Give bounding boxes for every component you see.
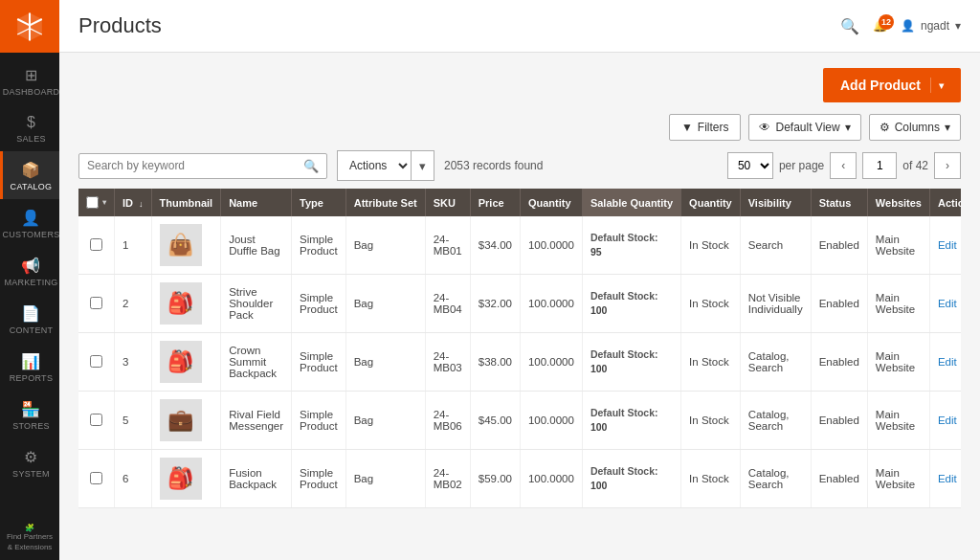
row-websites: Main Website <box>867 450 929 508</box>
th-checkbox: ▾ <box>78 189 115 216</box>
row-status: Enabled <box>811 392 867 450</box>
row-status: Enabled <box>811 333 867 392</box>
sidebar-item-catalog[interactable]: 📦 Catalog <box>0 151 59 199</box>
row-price: $59.00 <box>470 450 520 508</box>
view-arrow: ▾ <box>845 121 851 134</box>
row-price: $38.00 <box>470 333 520 392</box>
actions-dropdown-button[interactable]: ▾ <box>411 150 434 181</box>
row-price: $34.00 <box>470 216 520 275</box>
content-icon: 📄 <box>21 304 40 323</box>
marketing-icon: 📢 <box>21 257 40 275</box>
row-action: Edit <box>929 333 961 392</box>
th-status[interactable]: Status <box>811 189 867 216</box>
row-type: Simple Product <box>292 333 346 392</box>
row-websites: Main Website <box>867 216 929 275</box>
sidebar-item-stores[interactable]: 🏪 Stores <box>0 391 59 438</box>
row-stock-status: In Stock <box>681 216 741 275</box>
th-sku[interactable]: SKU <box>425 189 470 216</box>
per-page-label: per page <box>779 159 824 172</box>
sidebar-item-content[interactable]: 📄 Content <box>0 295 59 343</box>
row-sku: 24-MB01 <box>425 216 470 275</box>
actions-select[interactable]: Actions <box>337 150 411 181</box>
sidebar-item-customers[interactable]: 👤 Customers <box>0 199 59 247</box>
row-action: Edit <box>929 216 961 275</box>
th-type[interactable]: Type <box>292 189 346 216</box>
filters-button[interactable]: ▼ Filters <box>669 114 742 141</box>
filter-bar: ▼ Filters 👁 Default View ▾ ⚙ Columns ▾ <box>78 114 961 141</box>
row-status: Enabled <box>811 275 867 333</box>
row-status: Enabled <box>811 216 867 275</box>
action-bar-top: Add Product ▾ <box>78 68 961 102</box>
search-input[interactable] <box>87 159 303 172</box>
content-area: Add Product ▾ ▼ Filters 👁 Default View ▾… <box>59 53 980 560</box>
user-icon: 👤 <box>901 19 915 33</box>
row-salable-quantity: Default Stock: 100 <box>582 392 680 450</box>
row-checkbox[interactable] <box>90 472 102 484</box>
row-checkbox[interactable] <box>90 414 102 426</box>
per-page-select[interactable]: 50 <box>727 152 773 179</box>
row-attribute-set: Bag <box>345 392 425 450</box>
row-edit-link[interactable]: Edit <box>938 414 957 426</box>
row-action: Edit <box>929 275 961 333</box>
th-id[interactable]: ID ↓ <box>115 189 152 216</box>
select-all-checkbox[interactable] <box>86 196 99 209</box>
prev-page-button[interactable]: ‹ <box>830 152 857 179</box>
add-product-button[interactable]: Add Product ▾ <box>823 68 961 102</box>
row-visibility: Catalog, Search <box>740 450 811 508</box>
row-quantity: 100.0000 <box>520 333 582 392</box>
page-input[interactable] <box>862 152 897 179</box>
row-checkbox-cell <box>78 216 115 275</box>
th-price[interactable]: Price <box>470 189 520 216</box>
th-salable-quantity[interactable]: Salable Quantity <box>582 189 680 216</box>
partners-icon: 🧩 <box>25 524 34 532</box>
sidebar-item-partners[interactable]: 🧩 Find Partners & Extensions <box>0 516 59 560</box>
row-id: 2 <box>115 275 152 333</box>
sidebar-item-marketing[interactable]: 📢 Marketing <box>0 247 59 295</box>
gear-icon: ⚙ <box>880 121 890 134</box>
th-action[interactable]: Action <box>929 189 961 216</box>
stores-icon: 🏪 <box>21 400 40 418</box>
view-button[interactable]: 👁 Default View ▾ <box>748 114 860 141</box>
row-thumbnail: 🎒 <box>151 333 221 392</box>
search-icon[interactable]: 🔍 <box>840 17 859 35</box>
row-sku: 24-MB04 <box>425 275 470 333</box>
row-thumbnail: 🎒 <box>151 450 221 508</box>
notifications-button[interactable]: 🔔 12 <box>873 19 887 33</box>
sidebar: ⊞ Dashboard $ Sales 📦 Catalog 👤 Customer… <box>0 0 59 560</box>
row-price: $32.00 <box>470 275 520 333</box>
next-page-button[interactable]: › <box>934 152 961 179</box>
pagination: 50 per page ‹ of 42 › <box>727 152 961 179</box>
sidebar-logo[interactable] <box>0 0 59 53</box>
th-websites[interactable]: Websites <box>867 189 929 216</box>
row-edit-link[interactable]: Edit <box>938 298 957 309</box>
catalog-icon: 📦 <box>21 161 40 179</box>
th-quantity[interactable]: Quantity <box>520 189 582 216</box>
user-menu-arrow: ▾ <box>955 19 961 33</box>
row-edit-link[interactable]: Edit <box>938 239 957 251</box>
checkbox-dropdown-arrow[interactable]: ▾ <box>102 198 106 207</box>
row-checkbox-cell <box>78 275 115 333</box>
columns-button[interactable]: ⚙ Columns ▾ <box>869 114 961 141</box>
table-row: 6 🎒 Fusion Backpack Simple Product Bag 2… <box>78 450 961 508</box>
search-submit-icon[interactable]: 🔍 <box>303 159 319 173</box>
row-checkbox[interactable] <box>90 297 102 309</box>
sidebar-item-system[interactable]: ⚙ System <box>0 438 59 486</box>
sidebar-item-sales[interactable]: $ Sales <box>0 104 59 151</box>
row-edit-link[interactable]: Edit <box>938 473 957 484</box>
row-checkbox[interactable] <box>90 355 102 368</box>
th-attribute-set[interactable]: Attribute Set <box>345 189 425 216</box>
user-menu[interactable]: 👤 ngadt ▾ <box>901 19 961 33</box>
customers-icon: 👤 <box>21 209 40 227</box>
table-row: 5 💼 Rival Field Messenger Simple Product… <box>78 392 961 450</box>
th-name[interactable]: Name <box>221 189 292 216</box>
add-product-arrow: ▾ <box>939 80 944 91</box>
row-checkbox[interactable] <box>90 238 102 251</box>
sidebar-item-reports[interactable]: 📊 Reports <box>0 343 59 391</box>
search-box[interactable]: 🔍 <box>78 153 327 179</box>
sidebar-item-dashboard[interactable]: ⊞ Dashboard <box>0 56 59 104</box>
row-edit-link[interactable]: Edit <box>938 356 957 368</box>
add-product-divider <box>930 78 931 93</box>
th-visibility[interactable]: Visibility <box>740 189 811 216</box>
th-qty[interactable]: Quantity <box>681 189 741 216</box>
add-product-label: Add Product <box>840 78 930 93</box>
